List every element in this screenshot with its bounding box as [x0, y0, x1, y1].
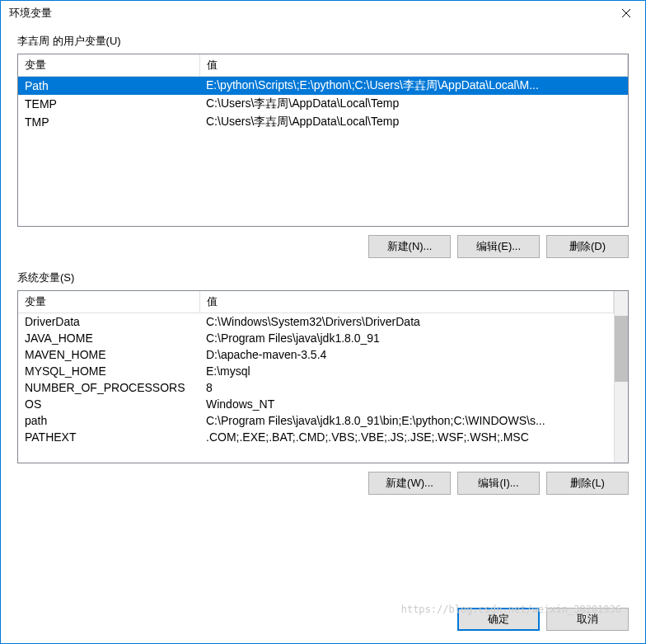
system-vars-scrollbar[interactable]	[614, 291, 628, 463]
table-header-row: 变量 值	[18, 54, 628, 77]
table-row[interactable]: DriverDataC:\Windows\System32\Drivers\Dr…	[18, 313, 614, 331]
table-row[interactable]: PathE:\python\Scripts\;E:\python\;C:\Use…	[18, 77, 628, 96]
user-edit-button[interactable]: 编辑(E)...	[457, 235, 540, 258]
col-header-value[interactable]: 值	[199, 291, 614, 313]
system-vars-buttons: 新建(W)... 编辑(I)... 删除(L)	[17, 472, 629, 495]
system-edit-button[interactable]: 编辑(I)...	[457, 472, 540, 495]
cell-name: Path	[18, 77, 199, 96]
cancel-button[interactable]: 取消	[546, 608, 629, 631]
cell-value: 8	[199, 379, 614, 396]
table-row[interactable]: OSWindows_NT	[18, 396, 614, 412]
cell-name: JAVA_HOME	[18, 330, 199, 346]
cell-name: OS	[18, 396, 199, 412]
system-delete-button[interactable]: 删除(L)	[546, 472, 629, 495]
dialog-button-row: 确定 取消	[1, 599, 645, 643]
cell-name: TMP	[18, 113, 199, 131]
col-header-name[interactable]: 变量	[18, 54, 199, 77]
cell-value: C:\Windows\System32\Drivers\DriverData	[199, 313, 614, 331]
system-vars-label: 系统变量(S)	[17, 270, 629, 285]
system-vars-group: 系统变量(S) 变量 值 DriverDataC:\Windows\System…	[17, 270, 629, 495]
cell-value: C:\Users\李壵周\AppData\Local\Temp	[199, 95, 628, 113]
table-row[interactable]: pathC:\Program Files\java\jdk1.8.0_91\bi…	[18, 412, 614, 429]
scrollbar-thumb[interactable]	[615, 316, 628, 382]
table-row[interactable]: PATHEXT.COM;.EXE;.BAT;.CMD;.VBS;.VBE;.JS…	[18, 429, 614, 445]
cell-name: NUMBER_OF_PROCESSORS	[18, 379, 199, 396]
system-new-button[interactable]: 新建(W)...	[368, 472, 451, 495]
system-vars-table[interactable]: 变量 值 DriverDataC:\Windows\System32\Drive…	[18, 291, 614, 445]
system-vars-table-wrap: 变量 值 DriverDataC:\Windows\System32\Drive…	[17, 290, 629, 463]
user-new-button[interactable]: 新建(N)...	[368, 235, 451, 258]
cell-value: C:\Program Files\java\jdk1.8.0_91\bin;E:…	[199, 412, 614, 429]
cell-value: C:\Users\李壵周\AppData\Local\Temp	[199, 113, 628, 131]
cell-name: TEMP	[18, 95, 199, 113]
user-vars-table-wrap: 变量 值 PathE:\python\Scripts\;E:\python\;C…	[17, 54, 629, 227]
user-vars-group: 李壵周 的用户变量(U) 变量 值 PathE:\python\Scripts\…	[17, 34, 629, 258]
close-icon	[622, 9, 630, 17]
cell-name: PATHEXT	[18, 429, 199, 445]
close-button[interactable]	[607, 1, 645, 26]
cell-name: MAVEN_HOME	[18, 346, 199, 363]
env-vars-dialog: 环境变量 李壵周 的用户变量(U) 变量 值 PathE:\python\Scr…	[0, 0, 646, 644]
user-vars-buttons: 新建(N)... 编辑(E)... 删除(D)	[17, 235, 629, 258]
table-row[interactable]: TEMPC:\Users\李壵周\AppData\Local\Temp	[18, 95, 628, 113]
table-row[interactable]: NUMBER_OF_PROCESSORS8	[18, 379, 614, 396]
user-vars-table[interactable]: 变量 值 PathE:\python\Scripts\;E:\python\;C…	[18, 54, 628, 131]
table-row[interactable]: MYSQL_HOMEE:\mysql	[18, 363, 614, 379]
dialog-content: 李壵周 的用户变量(U) 变量 值 PathE:\python\Scripts\…	[1, 26, 645, 599]
window-title: 环境变量	[9, 6, 52, 21]
user-vars-label: 李壵周 的用户变量(U)	[17, 34, 629, 49]
cell-name: MYSQL_HOME	[18, 363, 199, 379]
table-header-row: 变量 值	[18, 291, 614, 313]
cell-value: E:\mysql	[199, 363, 614, 379]
cell-name: path	[18, 412, 199, 429]
table-row[interactable]: MAVEN_HOMED:\apache-maven-3.5.4	[18, 346, 614, 363]
cell-name: DriverData	[18, 313, 199, 331]
cell-value: Windows_NT	[199, 396, 614, 412]
cell-value: .COM;.EXE;.BAT;.CMD;.VBS;.VBE;.JS;.JSE;.…	[199, 429, 614, 445]
ok-button[interactable]: 确定	[457, 608, 540, 631]
col-header-name[interactable]: 变量	[18, 291, 199, 313]
scrollbar-track[interactable]	[615, 291, 628, 463]
cell-value: D:\apache-maven-3.5.4	[199, 346, 614, 363]
cell-value: E:\python\Scripts\;E:\python\;C:\Users\李…	[199, 77, 628, 96]
cell-value: C:\Program Files\java\jdk1.8.0_91	[199, 330, 614, 346]
titlebar: 环境变量	[1, 1, 645, 26]
table-row[interactable]: TMPC:\Users\李壵周\AppData\Local\Temp	[18, 113, 628, 131]
table-row[interactable]: JAVA_HOMEC:\Program Files\java\jdk1.8.0_…	[18, 330, 614, 346]
col-header-value[interactable]: 值	[199, 54, 628, 77]
user-delete-button[interactable]: 删除(D)	[546, 235, 629, 258]
